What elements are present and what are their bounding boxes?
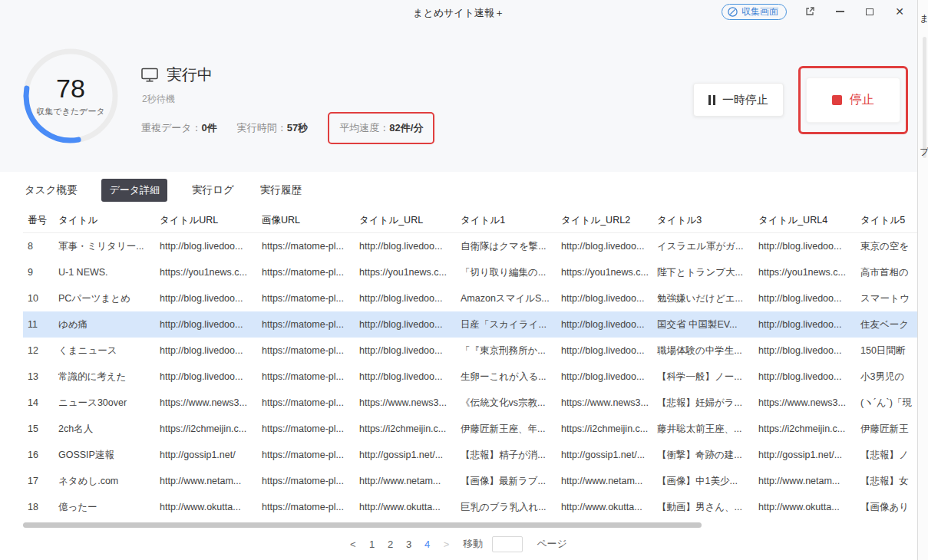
table-cell: https://www.news3... bbox=[556, 397, 652, 408]
table-row[interactable]: 14ニュース30overhttps://www.news3...https://… bbox=[23, 390, 918, 416]
column-header: 番号 bbox=[23, 214, 54, 227]
table-cell: GOSSIP速報 bbox=[54, 449, 155, 462]
table-row[interactable]: 8軍事・ミリタリー...http://blog.livedoo...https:… bbox=[23, 233, 918, 259]
monitor-icon bbox=[140, 67, 159, 83]
table-cell: 17 bbox=[23, 476, 54, 486]
table-cell: 職場体験の中学生... bbox=[652, 344, 754, 357]
stop-button[interactable]: 停止 bbox=[806, 77, 900, 123]
app-window: まとめサイト速報＋ 収集画面 ✕ 78 収集できたデ bbox=[0, 0, 918, 560]
table-cell: http://gossip1.net/ bbox=[155, 450, 257, 460]
table-cell: https://matome-pl... bbox=[257, 345, 355, 356]
close-icon[interactable]: ✕ bbox=[893, 0, 907, 23]
duplicate-label: 重複データ： bbox=[141, 122, 202, 133]
page-button[interactable]: 1 bbox=[365, 539, 379, 550]
pause-button[interactable]: 一時停止 bbox=[693, 83, 784, 117]
table-cell: http://blog.livedoo... bbox=[754, 371, 856, 382]
table-cell: 《伝統文化vs宗教... bbox=[456, 397, 556, 410]
table-cell: 8 bbox=[23, 241, 54, 252]
table-cell: 「切り取り編集の... bbox=[456, 266, 556, 279]
tab-item[interactable]: タスク概要 bbox=[23, 179, 78, 202]
table-cell: 東京の空を bbox=[856, 240, 918, 253]
table-row[interactable]: 18億ったーhttp://www.okutta...https://matome… bbox=[23, 494, 918, 520]
collected-count: 78 bbox=[56, 74, 85, 103]
table-cell: https://you1news.c... bbox=[155, 267, 257, 278]
table-cell: http://blog.livedoo... bbox=[556, 319, 652, 330]
page-button[interactable]: 4 bbox=[421, 539, 434, 550]
table-row[interactable]: 13常識的に考えたhttp://blog.livedoo...https://m… bbox=[23, 364, 918, 390]
table-cell: http://blog.livedoo... bbox=[355, 293, 456, 304]
stop-highlight-box: 停止 bbox=[798, 66, 908, 134]
table-cell: https://matome-pl... bbox=[257, 423, 355, 434]
table-body: 8軍事・ミリタリー...http://blog.livedoo...https:… bbox=[0, 233, 917, 520]
maximize-icon[interactable] bbox=[863, 0, 877, 23]
table-cell: https://www.news3... bbox=[355, 397, 456, 408]
table-row[interactable]: 16GOSSIP速報http://gossip1.net/https://mat… bbox=[23, 442, 918, 468]
table-cell: http://blog.livedoo... bbox=[556, 293, 652, 304]
collect-screen-button[interactable]: 収集画面 bbox=[722, 4, 787, 20]
table-cell: 11 bbox=[23, 319, 54, 330]
table-row[interactable]: 12くまニュースhttp://blog.livedoo...https://ma… bbox=[23, 338, 918, 364]
table-cell: http://www.netam... bbox=[556, 476, 652, 486]
table-row[interactable]: 152ch名人https://i2chmeijin.c...https://ma… bbox=[23, 416, 918, 442]
table-cell: https://i2chmeijin.c... bbox=[155, 423, 257, 434]
table-row[interactable]: 10PCパーツまとめhttp://blog.livedoo...https://… bbox=[23, 285, 918, 311]
horizontal-scrollbar-thumb[interactable] bbox=[23, 522, 702, 528]
tab-item[interactable]: 実行ログ bbox=[190, 179, 236, 202]
table-cell: https://matome-pl... bbox=[257, 476, 355, 486]
table-cell: https://matome-pl... bbox=[257, 397, 355, 408]
stop-button-label: 停止 bbox=[850, 92, 874, 108]
table-cell: 2ch名人 bbox=[54, 423, 155, 436]
tab-item[interactable]: 実行履歴 bbox=[259, 179, 303, 202]
column-header: タイトル3 bbox=[652, 214, 754, 227]
table-row[interactable]: 11ゆめ痛http://blog.livedoo...https://matom… bbox=[23, 311, 918, 338]
table-cell: http://www.netam... bbox=[355, 476, 456, 486]
table-cell: 高市首相の bbox=[856, 266, 918, 279]
tab-item[interactable]: データ詳細 bbox=[101, 179, 167, 202]
table-cell: 【画像あり bbox=[856, 501, 918, 514]
table-cell: https://matome-pl... bbox=[257, 502, 355, 512]
column-header: タイトルURL bbox=[155, 214, 257, 227]
run-time-label: 実行時間： bbox=[237, 122, 287, 133]
table-row[interactable]: 9U-1 NEWS.https://you1news.c...https://m… bbox=[23, 259, 918, 285]
page-button[interactable]: 3 bbox=[402, 539, 416, 550]
table-cell: 9 bbox=[23, 267, 54, 278]
column-header: タイトル_URL bbox=[355, 214, 456, 227]
page-button[interactable]: 2 bbox=[384, 539, 398, 550]
table-row[interactable]: 17ネタめし.comhttp://www.netam...https://mat… bbox=[23, 468, 918, 494]
duplicate-stat: 重複データ：0件 bbox=[141, 121, 217, 135]
table-cell: http://blog.livedoo... bbox=[155, 371, 257, 382]
table-cell: http://blog.livedoo... bbox=[155, 293, 257, 304]
table-cell: 【衝撃】奇跡の建... bbox=[652, 449, 754, 462]
table-cell: 14 bbox=[23, 397, 54, 408]
table-cell: 【動画】男さん、... bbox=[652, 501, 754, 514]
table-cell: http://blog.livedoo... bbox=[355, 241, 456, 252]
table-cell: https://www.news3... bbox=[754, 397, 856, 408]
table-cell: http://blog.livedoo... bbox=[155, 319, 257, 330]
column-header: タイトル_URL4 bbox=[754, 214, 856, 227]
table-cell: 巨乳のブラ乳入れ... bbox=[456, 501, 556, 514]
run-time-stat: 実行時間：57秒 bbox=[237, 121, 308, 135]
minimize-icon[interactable] bbox=[833, 0, 847, 23]
table-cell: https://www.news3... bbox=[155, 397, 257, 408]
background-scrollbar bbox=[923, 37, 926, 158]
table-cell: 10 bbox=[23, 293, 54, 304]
table-cell: https://matome-pl... bbox=[257, 293, 355, 304]
page-numbers: 1234 bbox=[365, 539, 434, 550]
horizontal-scrollbar bbox=[23, 522, 898, 528]
next-page-icon[interactable]: > bbox=[444, 539, 450, 550]
column-header: タイトル5 bbox=[856, 214, 918, 227]
pause-button-label: 一時停止 bbox=[722, 93, 768, 107]
table-cell: http://www.okutta... bbox=[155, 502, 257, 512]
popout-icon[interactable] bbox=[803, 0, 817, 23]
table-cell: 【科学一般】ノー... bbox=[652, 371, 754, 384]
table-cell: ゆめ痛 bbox=[54, 318, 155, 331]
speed-value: 82件/分 bbox=[389, 122, 423, 133]
table-cell: 自衛隊はクマを撃... bbox=[456, 240, 556, 253]
progress-ring: 78 収集できたデータ bbox=[21, 46, 121, 146]
page-jump-input[interactable] bbox=[492, 536, 523, 552]
table-cell: 150日間断 bbox=[856, 344, 918, 357]
table-cell: U-1 NEWS. bbox=[54, 267, 155, 278]
table-cell: http://www.okutta... bbox=[556, 502, 652, 512]
table-cell: 伊藤匠新王座、年... bbox=[456, 423, 556, 436]
prev-page-icon[interactable]: < bbox=[350, 539, 356, 550]
